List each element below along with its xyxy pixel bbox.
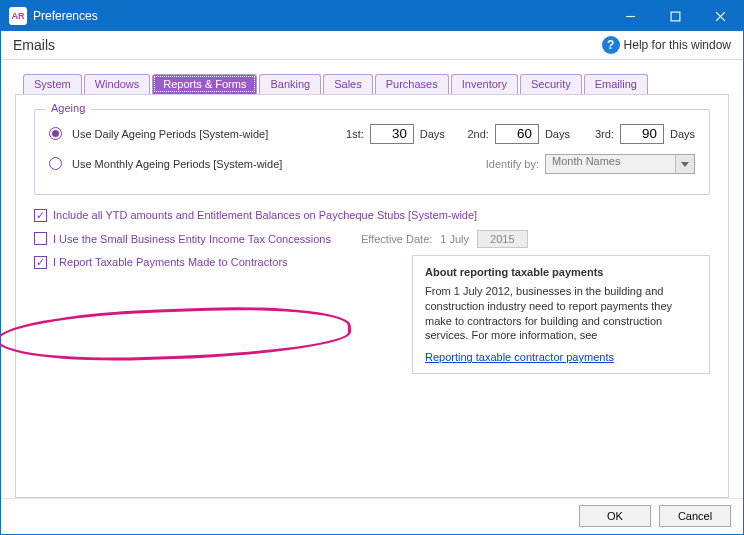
- ageing-fieldset: Ageing Use Daily Ageing Periods [System-…: [34, 109, 710, 195]
- tab-system[interactable]: System: [23, 74, 82, 94]
- third-label: 3rd:: [586, 128, 614, 140]
- second-period-input[interactable]: [495, 124, 539, 144]
- page-title: Emails: [13, 37, 55, 53]
- effective-day: 1 July: [440, 233, 469, 245]
- tab-reports-forms[interactable]: Reports & Forms: [152, 74, 257, 94]
- checkbox-sbe[interactable]: [34, 232, 47, 245]
- window: AR Preferences Emails ? Help for this wi…: [0, 0, 744, 535]
- first-period-input[interactable]: [370, 124, 414, 144]
- tab-banking[interactable]: Banking: [259, 74, 321, 94]
- identify-label: Identify by:: [486, 158, 539, 170]
- identify-select: Month Names: [545, 154, 695, 174]
- effective-label: Effective Date:: [361, 233, 432, 245]
- tab-sales[interactable]: Sales: [323, 74, 373, 94]
- effective-year: 2015: [477, 230, 527, 248]
- checkbox-sbe-row: I Use the Small Business Entity Income T…: [34, 230, 710, 248]
- ageing-legend: Ageing: [45, 102, 91, 114]
- effective-date: Effective Date: 1 July 2015: [361, 230, 528, 248]
- minimize-button[interactable]: [608, 1, 653, 31]
- close-button[interactable]: [698, 1, 743, 31]
- checkbox-ytd-row: Include all YTD amounts and Entitlement …: [34, 209, 710, 222]
- tab-purchases[interactable]: Purchases: [375, 74, 449, 94]
- second-label: 2nd:: [461, 128, 489, 140]
- subheader: Emails ? Help for this window: [1, 31, 743, 60]
- ok-button[interactable]: OK: [579, 505, 651, 527]
- checkbox-ytd[interactable]: [34, 209, 47, 222]
- third-days: Days: [670, 128, 695, 140]
- third-period-input[interactable]: [620, 124, 664, 144]
- svg-rect-1: [671, 12, 680, 21]
- first-days: Days: [420, 128, 445, 140]
- help-icon: ?: [602, 36, 620, 54]
- panel-reports-forms: Ageing Use Daily Ageing Periods [System-…: [15, 94, 729, 498]
- tab-windows[interactable]: Windows: [84, 74, 151, 94]
- help-text: Help for this window: [624, 38, 731, 52]
- tab-security[interactable]: Security: [520, 74, 582, 94]
- checkbox-tpar-label: I Report Taxable Payments Made to Contra…: [53, 256, 288, 268]
- titlebar: AR Preferences: [1, 1, 743, 31]
- tab-strip: System Windows Reports & Forms Banking S…: [23, 74, 729, 94]
- footer: OK Cancel: [1, 498, 743, 534]
- radio-daily-ageing[interactable]: [49, 127, 62, 140]
- chevron-down-icon: [681, 162, 689, 167]
- second-days: Days: [545, 128, 570, 140]
- checkbox-sbe-label: I Use the Small Business Entity Income T…: [53, 233, 331, 245]
- checkbox-tpar[interactable]: [34, 256, 47, 269]
- radio-monthly-label: Use Monthly Ageing Periods [System-wide]: [72, 158, 282, 170]
- window-title: Preferences: [33, 9, 98, 23]
- tab-emailing[interactable]: Emailing: [584, 74, 648, 94]
- about-link[interactable]: Reporting taxable contractor payments: [425, 351, 614, 363]
- tab-inventory[interactable]: Inventory: [451, 74, 518, 94]
- radio-daily-label: Use Daily Ageing Periods [System-wide]: [72, 128, 268, 140]
- about-box: About reporting taxable payments From 1 …: [412, 255, 710, 374]
- content-area: System Windows Reports & Forms Banking S…: [1, 60, 743, 498]
- identify-select-value: Month Names: [545, 154, 695, 174]
- radio-monthly-ageing[interactable]: [49, 157, 62, 170]
- help-link[interactable]: ? Help for this window: [602, 36, 731, 54]
- app-icon: AR: [9, 7, 27, 25]
- about-title: About reporting taxable payments: [425, 266, 697, 278]
- checkbox-ytd-label: Include all YTD amounts and Entitlement …: [53, 209, 477, 221]
- about-body: From 1 July 2012, businesses in the buil…: [425, 284, 697, 343]
- cancel-button[interactable]: Cancel: [659, 505, 731, 527]
- first-label: 1st:: [336, 128, 364, 140]
- maximize-button[interactable]: [653, 1, 698, 31]
